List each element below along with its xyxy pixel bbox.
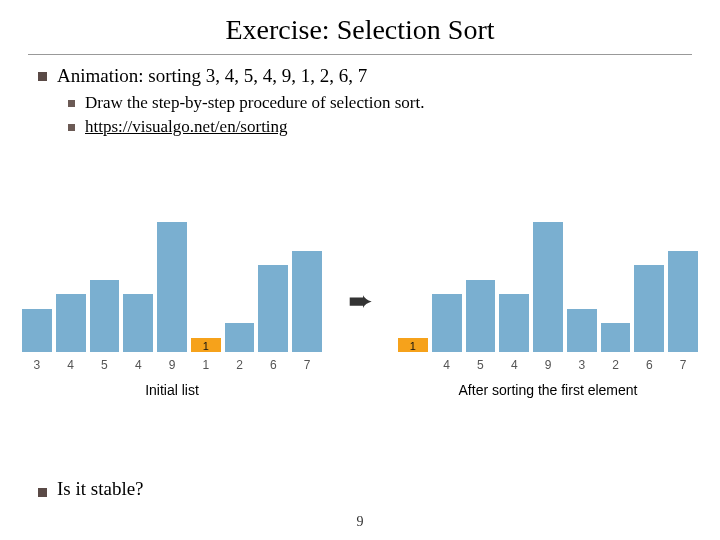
bar-wrap: 4 [56, 294, 86, 372]
bar-x-label: 6 [270, 358, 277, 372]
bullet-icon [38, 72, 47, 81]
bar-x-label: 9 [545, 358, 552, 372]
bar [466, 280, 496, 352]
bar-wrap: 11 [191, 338, 221, 372]
question-text: Is it stable? [57, 478, 144, 500]
bar-x-label: 1 [202, 358, 209, 372]
bar-wrap: 4 [499, 294, 529, 372]
bar-wrap: 3 [567, 309, 597, 372]
chart-caption-right: After sorting the first element [398, 382, 698, 398]
bar-x-label: 5 [477, 358, 484, 372]
bar-x-label: 5 [101, 358, 108, 372]
bullet-animation: Animation: sorting 3, 4, 5, 4, 9, 1, 2, … [38, 65, 682, 87]
bar-wrap: 5 [90, 280, 120, 372]
page-number: 9 [0, 514, 720, 530]
bar-x-label: 4 [67, 358, 74, 372]
bar-value-label: 1 [398, 338, 428, 352]
bar [499, 294, 529, 352]
bullet-draw-text: Draw the step-by-step procedure of selec… [85, 93, 424, 113]
bar-x-label: 2 [236, 358, 243, 372]
bar [601, 323, 631, 352]
bar-x-label: 4 [443, 358, 450, 372]
bar [225, 323, 255, 352]
bar-x-label: 4 [135, 358, 142, 372]
bar [292, 251, 322, 352]
bar-wrap: 9 [533, 222, 563, 372]
bar [668, 251, 698, 352]
bullet-draw: Draw the step-by-step procedure of selec… [68, 93, 682, 113]
bar-wrap: 9 [157, 222, 187, 372]
chart-initial: 3454911267 Initial list [22, 232, 322, 398]
chart-caption-left: Initial list [22, 382, 322, 398]
bar-wrap: 4 [432, 294, 462, 372]
bar-wrap: 1 [398, 338, 428, 372]
bar [22, 309, 52, 352]
bar-value-label: 1 [191, 338, 221, 352]
bar-x-label: 4 [511, 358, 518, 372]
bar-x-label: 9 [169, 358, 176, 372]
bar [634, 265, 664, 352]
bar-x-label: 7 [680, 358, 687, 372]
bar [533, 222, 563, 352]
bullet-icon [38, 488, 47, 497]
bar [258, 265, 288, 352]
bar [56, 294, 86, 352]
bar [432, 294, 462, 352]
bar [90, 280, 120, 352]
bar [567, 309, 597, 352]
page-title: Exercise: Selection Sort [0, 0, 720, 54]
bullet-link: https://visualgo.net/en/sorting [68, 117, 682, 137]
chart-after-first: 145493267 After sorting the first elemen… [398, 232, 698, 398]
bar-highlight: 1 [191, 338, 221, 352]
bar [123, 294, 153, 352]
bullet-question: Is it stable? [38, 478, 144, 500]
bar-highlight: 1 [398, 338, 428, 352]
arrow-icon: ➨ [342, 283, 379, 318]
bar-x-label: 3 [34, 358, 41, 372]
bar-wrap: 6 [634, 265, 664, 372]
bar-x-label: 2 [612, 358, 619, 372]
bullet-icon [68, 100, 75, 107]
bar-x-label: 7 [304, 358, 311, 372]
bar-wrap: 2 [601, 323, 631, 372]
bullet-animation-text: Animation: sorting 3, 4, 5, 4, 9, 1, 2, … [57, 65, 367, 87]
bar-wrap: 5 [466, 280, 496, 372]
bar-wrap: 7 [668, 251, 698, 372]
bar-wrap: 6 [258, 265, 288, 372]
bar-wrap: 3 [22, 309, 52, 372]
bar-x-label: 6 [646, 358, 653, 372]
bar-x-label: 3 [578, 358, 585, 372]
bar-wrap: 4 [123, 294, 153, 372]
bar-wrap: 7 [292, 251, 322, 372]
bar [157, 222, 187, 352]
bullet-icon [68, 124, 75, 131]
bar-wrap: 2 [225, 323, 255, 372]
visualgo-link[interactable]: https://visualgo.net/en/sorting [85, 117, 288, 137]
